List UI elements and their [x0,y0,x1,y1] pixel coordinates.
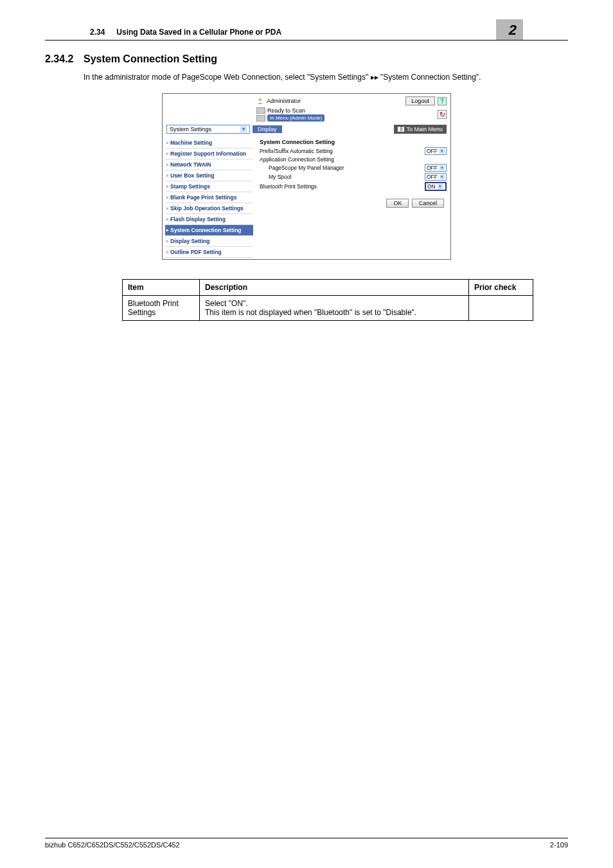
triangle-icon: ▸ [166,173,169,178]
header-section-num: 2.34 [90,28,105,37]
sidebar-item-outline-pdf[interactable]: ▸Outline PDF Setting [165,247,253,258]
header-chapter: 2 [496,19,523,40]
field-bluetooth-select[interactable]: ON▾ [425,182,447,191]
field-prefix-suffix-label: Prefix/Suffix Automatic Setting [260,148,425,154]
triangle-icon: ▸ [166,239,169,244]
embedded-screenshot: Administrator Logout ? Ready to Scan In … [162,93,451,260]
menu-status-icon [256,115,265,122]
select-value: OFF [427,174,438,180]
header-title: Using Data Saved in a Cellular Phone or … [116,28,495,37]
refresh-button[interactable]: ↻ [438,110,447,119]
triangle-icon: ▸ [166,249,169,255]
sidebar-item-label: Skip Job Operation Settings [170,205,244,212]
table-header-item: Item [123,280,200,296]
display-button[interactable]: Display [253,125,282,133]
logout-button[interactable]: Logout [405,96,435,105]
section-number: 2.34.2 [45,53,84,65]
svg-point-0 [259,98,262,101]
sidebar-item-label: Display Setting [170,238,209,244]
panel-title: System Connection Setting [260,139,447,145]
table-header-description: Description [200,280,469,296]
select-value: ON [427,183,436,190]
triangle-icon: ▸ [166,217,169,222]
to-main-menu-label: To Main Menu [406,126,443,132]
triangle-icon: ▸ [166,184,169,189]
administrator-label: Administrator [267,98,301,104]
footer-page-number: 2-109 [550,841,568,849]
sidebar-item-flash-display[interactable]: ▸Flash Display Setting [165,214,253,225]
category-select[interactable]: System Settings ▾ [166,125,250,134]
section-title: System Connection Setting [84,53,217,65]
sidebar-item-label: Outline PDF Setting [170,249,222,255]
triangle-icon: ▸ [166,140,169,145]
cancel-button[interactable]: Cancel [412,199,444,208]
printer-status-icon [256,107,265,114]
sidebar-item-label: User Box Setting [170,172,215,179]
triangle-icon: ▸ [166,195,169,200]
sidebar-item-label: System Connection Setting [170,227,242,233]
chevron-down-icon: ▾ [440,174,445,179]
chevron-down-icon: ▾ [440,165,445,170]
table-header-prior: Prior check [469,280,533,296]
table-cell-item: Bluetooth Print Settings [123,296,200,321]
sidebar-item-user-box[interactable]: ▸User Box Setting [165,170,253,181]
select-value: OFF [427,165,438,171]
triangle-icon: ▸ [166,162,169,167]
sidebar: ▸Machine Setting ▸Register Support Infor… [163,136,256,259]
status-menu-mode: In Menu (Admin Mode) [267,114,324,122]
field-myspool-label: My Spool [260,174,425,180]
field-app-conn-label: Application Connection Setting [260,156,447,163]
chevron-down-icon: ▾ [440,149,445,154]
to-main-menu-button[interactable]: ≣ To Main Menu [394,125,447,134]
sidebar-item-label: Register Support Information [170,150,246,157]
triangle-icon: ▸ [166,206,169,211]
field-pagescope-label: PageScope My Panel Manager [260,165,425,171]
administrator-icon [256,98,264,104]
field-bluetooth-label: Bluetooth Print Settings [260,183,425,190]
sidebar-item-label: Network TWAIN [170,161,211,168]
field-pagescope-select[interactable]: OFF▾ [425,164,447,172]
sidebar-item-label: Machine Setting [170,140,212,146]
sidebar-item-stamp[interactable]: ▸Stamp Settings [165,181,253,192]
main-menu-icon: ≣ [398,127,404,132]
status-ready: Ready to Scan [267,107,305,114]
select-value: OFF [427,148,438,154]
sidebar-item-machine-setting[interactable]: ▸Machine Setting [165,138,253,149]
chevron-down-icon: ▾ [240,126,247,132]
sidebar-item-blank-page[interactable]: ▸Blank Page Print Settings [165,192,253,203]
category-select-value: System Settings [170,126,211,132]
ok-button[interactable]: OK [386,199,409,208]
help-button[interactable]: ? [438,97,447,105]
triangle-icon: ▸ [166,151,169,156]
sidebar-item-network-twain[interactable]: ▸Network TWAIN [165,159,253,170]
sidebar-item-label: Flash Display Setting [170,216,226,222]
chevron-down-icon: ▾ [438,184,443,189]
sidebar-item-skip-job[interactable]: ▸Skip Job Operation Settings [165,203,253,214]
triangle-icon: ▸ [166,228,169,233]
field-prefix-suffix-select[interactable]: OFF▾ [425,147,447,155]
table-cell-desc: Select "ON". This item is not displayed … [200,296,469,321]
section-body: In the administrator mode of PageScope W… [84,71,568,83]
description-table: Item Description Prior check Bluetooth P… [122,279,533,321]
sidebar-item-label: Stamp Settings [170,183,210,190]
sidebar-item-label: Blank Page Print Settings [170,194,236,201]
sidebar-item-register-support[interactable]: ▸Register Support Information [165,149,253,159]
table-cell-prior [469,296,533,321]
sidebar-item-display-setting[interactable]: ▸Display Setting [165,236,253,247]
field-myspool-select[interactable]: OFF▾ [425,173,447,181]
sidebar-item-system-connection[interactable]: ▸System Connection Setting [165,225,253,236]
table-row: Bluetooth Print Settings Select "ON". Th… [123,296,533,321]
footer-model: bizhub C652/C652DS/C552/C552DS/C452 [45,841,180,849]
